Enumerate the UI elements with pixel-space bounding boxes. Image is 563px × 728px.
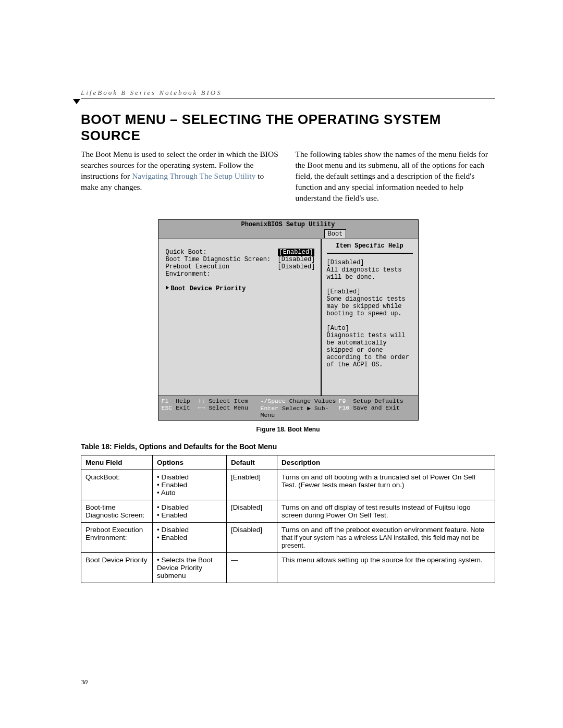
bios-help-pane: Item Specific Help [Disabled] All diagno… — [322, 239, 418, 396]
intro-left: The Boot Menu is used to select the orde… — [81, 149, 281, 204]
th-menu-field: Menu Field — [81, 455, 153, 470]
key-space-label: Change Values — [289, 398, 336, 404]
th-description: Description — [277, 455, 495, 470]
key-f1-label: Help — [176, 398, 190, 404]
page-number: 30 — [81, 678, 88, 686]
cell-field: Preboot Execution Environment: — [81, 522, 153, 552]
key-esc-label: Exit — [176, 404, 190, 411]
table-row: Boot Device Priority Selects the Boot De… — [81, 552, 495, 583]
running-head: LifeBook B Series Notebook BIOS — [81, 89, 495, 97]
cell-default: [Enabled] — [227, 470, 277, 500]
bios-submenu-row: Boot Device Priority — [166, 285, 315, 292]
key-updown-label: Select Item — [209, 398, 248, 404]
key-space: -/Space — [261, 398, 286, 404]
header-rule — [81, 98, 495, 98]
bios-options-pane: Quick Boot: [Enabled] Boot Time Diagnost… — [158, 239, 322, 396]
bios-row-pxe: Preboot Execution Environment: [Disabled… — [166, 263, 315, 278]
cell-description: Turns on and off display of test results… — [277, 500, 495, 522]
cell-description: Turns on and off booting with a truncate… — [277, 470, 495, 500]
cell-options: Disabled Enabled Auto — [153, 470, 227, 500]
cell-default: [Disabled] — [227, 522, 277, 552]
figure-caption: Figure 18. Boot Menu — [81, 426, 495, 433]
option-item: Selects the Boot Device Priority submenu — [157, 556, 222, 579]
intro-right: The following tables show the names of t… — [296, 149, 496, 204]
intro-left-link: Navigating Through The Setup Utility — [132, 171, 255, 180]
bios-row-quickboot: Quick Boot: [Enabled] — [166, 249, 315, 256]
table-row: Boot-time Diagnostic Screen: Disabled En… — [81, 500, 495, 522]
bios-body: Quick Boot: [Enabled] Boot Time Diagnost… — [158, 239, 419, 396]
bios-help-title: Item Specific Help — [327, 242, 413, 254]
key-leftright: ←→ — [198, 404, 205, 411]
option-item: Disabled — [157, 473, 222, 481]
desc-text: Turns on and off the preboot execution e… — [282, 526, 470, 534]
key-f9: F9 — [339, 398, 346, 404]
key-f10: F10 — [339, 404, 350, 411]
key-updown: ↑↓ — [198, 398, 205, 404]
fields-table: Menu Field Options Default Description Q… — [81, 455, 495, 583]
th-options: Options — [153, 455, 227, 470]
triangle-marker-icon — [73, 99, 80, 104]
section-title: Boot Menu – Selecting the Operating Syst… — [81, 112, 495, 144]
option-item: Enabled — [157, 534, 222, 541]
cell-options: Selects the Boot Device Priority submenu — [153, 552, 227, 583]
bios-row-value-selected: [Enabled] — [278, 249, 315, 256]
document-page: LifeBook B Series Notebook BIOS Boot Men… — [0, 0, 563, 728]
bios-row-value: [Disabled] — [278, 256, 315, 263]
option-item: Enabled — [157, 481, 222, 489]
cell-options: Disabled Enabled — [153, 500, 227, 522]
cell-field: QuickBoot: — [81, 470, 153, 500]
bios-screenshot: PhoenixBIOS Setup Utility Boot Quick Boo… — [158, 219, 419, 421]
bios-row-label: Quick Boot: — [166, 249, 278, 256]
cell-default: — — [227, 552, 277, 583]
bios-help-body: [Disabled] All diagnostic tests will be … — [327, 259, 413, 368]
bios-row-label: Boot Time Diagnostic Screen: — [166, 256, 278, 263]
table-head-row: Menu Field Options Default Description — [81, 455, 495, 470]
key-f1: F1 — [162, 398, 169, 404]
bios-row-label: Preboot Execution Environment: — [166, 263, 278, 278]
option-item: Auto — [157, 489, 222, 497]
option-item: Disabled — [157, 503, 222, 511]
cell-field: Boot Device Priority — [81, 552, 153, 583]
table-row: QuickBoot: Disabled Enabled Auto [Enable… — [81, 470, 495, 500]
cell-description: This menu allows setting up the source f… — [277, 552, 495, 583]
intro-columns: The Boot Menu is used to select the orde… — [81, 149, 495, 204]
bios-tab-boot: Boot — [324, 229, 347, 238]
option-item: Disabled — [157, 526, 222, 534]
key-f10-label: Save and Exit — [353, 404, 400, 411]
th-default: Default — [227, 455, 277, 470]
cell-default: [Disabled] — [227, 500, 277, 522]
key-f9-label: Setup Defaults — [353, 398, 403, 404]
cell-field: Boot-time Diagnostic Screen: — [81, 500, 153, 522]
bios-title-bar: PhoenixBIOS Setup Utility — [158, 219, 419, 229]
key-enter: Enter — [261, 405, 279, 412]
key-esc: ESC — [162, 404, 173, 411]
table-row: Preboot Execution Environment: Disabled … — [81, 522, 495, 552]
cell-options: Disabled Enabled — [153, 522, 227, 552]
bios-tab-strip: Boot — [158, 229, 419, 239]
bios-submenu-label: Boot Device Priority — [171, 285, 246, 292]
option-item: Enabled — [157, 511, 222, 519]
table-title: Table 18: Fields, Options and Defaults f… — [81, 442, 495, 451]
bios-row-value: [Disabled] — [278, 263, 315, 278]
key-leftright-label: Select Menu — [209, 404, 248, 411]
triangle-right-icon — [166, 286, 169, 290]
bios-row-diagscreen: Boot Time Diagnostic Screen: [Disabled] — [166, 256, 315, 263]
cell-description: Turns on and off the preboot execution e… — [277, 522, 495, 552]
bios-footer: F1 Help ↑↓ Select Item -/Space Change Va… — [158, 396, 419, 421]
